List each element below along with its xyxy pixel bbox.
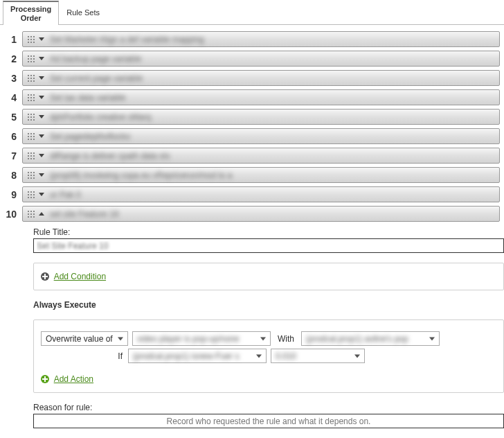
rule-row: 10set site Feature 18 — [0, 205, 504, 225]
rule-row: 1Set Marketer Align a def variable mappi… — [0, 30, 504, 50]
order-number: 5 — [0, 112, 22, 123]
rule-row: 5dphPortfolio creative sMarq — [0, 108, 504, 128]
chevron-up-icon[interactable] — [39, 212, 44, 216]
rule-header[interactable]: Set Marketer Align a def variable mappin… — [22, 31, 500, 47]
order-number: 10 — [0, 209, 22, 220]
reason-input[interactable] — [33, 414, 504, 428]
chevron-down-icon[interactable] — [39, 96, 44, 99]
rule-header[interactable]: Ad backup page variable — [22, 51, 500, 67]
add-condition-link[interactable]: Add Condition — [54, 272, 106, 281]
rule-row: 3Set current page variable — [0, 69, 504, 89]
drag-handle-icon[interactable] — [27, 210, 35, 218]
rule-header[interactable]: set site Feature 18 — [22, 206, 500, 222]
rule-title-text: Set tax data variable — [50, 93, 125, 103]
with-label: With — [275, 334, 297, 344]
rule-title-text: (prop06) invokeing copa eu vRepricerun/m… — [50, 170, 232, 180]
chevron-down-icon[interactable] — [39, 134, 44, 138]
drag-handle-icon[interactable] — [27, 171, 35, 179]
rule-title-text: Set Marketer Align a def variable mappin… — [50, 35, 204, 44]
always-execute-heading: Always Execute — [33, 300, 504, 310]
reason-label: Reason for rule: — [33, 403, 504, 412]
if-label: If — [41, 351, 124, 361]
rule-header[interactable]: Set current page variable — [22, 70, 500, 86]
add-action-link[interactable]: Add Action — [54, 374, 93, 384]
rule-title-label: Rule Title: — [33, 227, 504, 237]
action-row: Overwrite value of video player is pop-u… — [41, 331, 496, 346]
rule-title-text: Ad backup page variable — [50, 54, 141, 64]
rule-title-text: ur Pak 0 — [50, 190, 81, 200]
rule-header[interactable]: (prop06) invokeing copa eu vRepricerun/m… — [22, 167, 500, 183]
rule-row: 9ur Pak 0 — [0, 186, 504, 205]
chevron-down-icon[interactable] — [39, 173, 44, 177]
if-value-select[interactable]: 0.010 — [271, 349, 365, 363]
rule-row: 8(prop06) invokeing copa eu vRepricerun/… — [0, 166, 504, 186]
action-target-select[interactable]: video player is pop-up/none — [132, 331, 271, 346]
chevron-down-icon[interactable] — [39, 76, 44, 80]
drag-handle-icon[interactable] — [27, 152, 35, 159]
drag-handle-icon[interactable] — [27, 191, 35, 198]
order-number: 2 — [0, 53, 22, 64]
rule-row: 7diRange is deliver cpath data sts — [0, 147, 504, 166]
action-section: Overwrite value of video player is pop-u… — [33, 319, 504, 393]
if-field-select[interactable]: (prodcal.prop1) isnew-Fuer s — [128, 349, 267, 363]
chevron-down-icon[interactable] — [39, 37, 44, 41]
chevron-down-icon[interactable] — [39, 193, 44, 196]
with-value-select[interactable]: (prodcal.prop1) avline's pop — [301, 331, 440, 346]
chevron-down-icon[interactable] — [39, 115, 44, 119]
drag-handle-icon[interactable] — [27, 113, 35, 121]
rule-title-text: set site Feature 18 — [50, 209, 118, 219]
chevron-down-icon[interactable] — [39, 154, 44, 157]
rule-title-text: diRange is deliver cpath data sts — [50, 151, 170, 161]
tab-processing-order[interactable]: Processing Order — [3, 1, 59, 25]
action-type-select[interactable]: Overwrite value of — [41, 331, 128, 346]
order-number: 3 — [0, 73, 22, 84]
condition-section: Add Condition — [33, 263, 504, 290]
tab-rule-sets[interactable]: Rule Sets — [59, 0, 107, 24]
drag-handle-icon[interactable] — [27, 74, 35, 82]
rule-row: 4Set tax data variable — [0, 89, 504, 108]
if-row: If (prodcal.prop1) isnew-Fuer s 0.010 — [41, 349, 496, 363]
rule-title-input[interactable] — [33, 238, 504, 253]
order-number: 7 — [0, 150, 22, 161]
drag-handle-icon[interactable] — [27, 94, 35, 101]
rule-header[interactable]: dphPortfolio creative sMarq — [22, 109, 500, 125]
order-number: 4 — [0, 92, 22, 103]
rule-title-text: dphPortfolio creative sMarq — [50, 112, 151, 122]
rule-header[interactable]: ur Pak 0 — [22, 186, 500, 202]
rule-header[interactable]: Set tax data variable — [22, 89, 500, 105]
rule-row: 2Ad backup page variable — [0, 50, 504, 69]
rule-title-text: Set current page variable — [50, 73, 143, 83]
order-number: 8 — [0, 170, 22, 181]
plus-icon — [41, 272, 49, 281]
plus-icon — [41, 375, 49, 383]
rule-list: 1Set Marketer Align a def variable mappi… — [0, 25, 504, 225]
rule-title-text: Set pagedepthoflocko — [50, 132, 130, 141]
drag-handle-icon[interactable] — [27, 35, 35, 43]
rule-row: 6Set pagedepthoflocko — [0, 128, 504, 147]
order-number: 9 — [0, 189, 22, 200]
rule-header[interactable]: diRange is deliver cpath data sts — [22, 148, 500, 164]
drag-handle-icon[interactable] — [27, 132, 35, 140]
tab-bar: Processing Order Rule Sets — [0, 0, 504, 25]
order-number: 1 — [0, 34, 22, 45]
chevron-down-icon[interactable] — [39, 57, 44, 60]
order-number: 6 — [0, 131, 22, 142]
rule-header[interactable]: Set pagedepthoflocko — [22, 128, 500, 144]
rule-editor: Rule Title: Add Condition Always Execute… — [26, 225, 504, 435]
drag-handle-icon[interactable] — [27, 55, 35, 62]
